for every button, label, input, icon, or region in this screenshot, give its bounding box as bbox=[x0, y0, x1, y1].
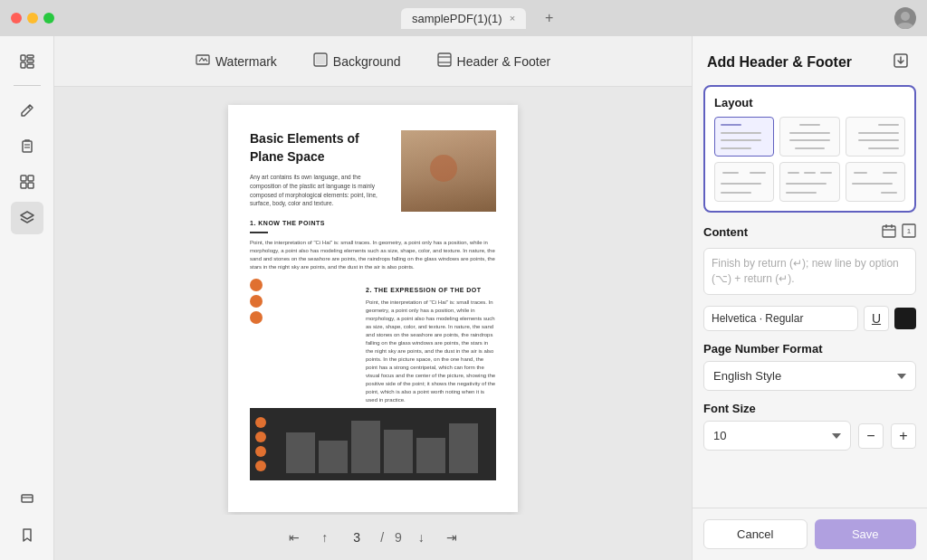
font-color-button[interactable] bbox=[894, 308, 916, 329]
pdf-image-col bbox=[401, 130, 496, 212]
svg-rect-23 bbox=[883, 226, 895, 237]
font-size-decrease-button[interactable]: − bbox=[858, 423, 884, 449]
pdf-title-col: Basic Elements of Plane Space Any art co… bbox=[250, 130, 392, 212]
svg-rect-11 bbox=[28, 176, 33, 181]
page-number-format-label: Page Number Format bbox=[693, 342, 927, 356]
last-page-button[interactable]: ⇥ bbox=[441, 527, 463, 548]
svg-rect-2 bbox=[21, 55, 25, 61]
pdf-header-section: Basic Elements of Plane Space Any art co… bbox=[250, 130, 496, 212]
watermark-button[interactable]: Watermark bbox=[177, 45, 295, 78]
pdf-section1-title: 1. KNOW THE POINTS bbox=[250, 219, 496, 228]
sidebar-icon-layers[interactable] bbox=[11, 202, 43, 234]
content-page-num-button[interactable]: 1 bbox=[902, 223, 916, 241]
svg-rect-19 bbox=[438, 53, 451, 66]
layout-section: Layout bbox=[703, 85, 916, 213]
svg-rect-18 bbox=[316, 55, 325, 64]
first-page-button[interactable]: ⇤ bbox=[283, 527, 305, 548]
layout-option-two-col[interactable] bbox=[714, 162, 774, 202]
header-footer-label: Header & Footer bbox=[457, 54, 551, 69]
underline-button[interactable]: U bbox=[864, 306, 889, 331]
font-size-row: 10 − + bbox=[703, 421, 916, 451]
pdf-image bbox=[401, 130, 496, 212]
pdf-orange-dots bbox=[255, 408, 266, 480]
avatar bbox=[894, 7, 916, 29]
layout-option-left[interactable] bbox=[714, 117, 774, 157]
sidebar-icon-grid[interactable] bbox=[11, 166, 43, 198]
font-size-select[interactable]: 10 bbox=[703, 421, 851, 451]
pdf-image-bg bbox=[401, 130, 496, 212]
minimize-window-button[interactable] bbox=[27, 13, 38, 24]
svg-text:1: 1 bbox=[907, 227, 912, 235]
pdf-viewer: Basic Elements of Plane Space Any art co… bbox=[54, 87, 692, 515]
svg-point-0 bbox=[901, 12, 910, 21]
panel-title: Add Header & Footer bbox=[707, 54, 852, 71]
layout-option-mixed[interactable] bbox=[846, 162, 905, 202]
content-calendar-button[interactable] bbox=[882, 223, 896, 241]
content-header: Content 1 bbox=[703, 223, 916, 241]
page-navigation: ⇤ ↑ / 9 ↓ ⇥ bbox=[54, 515, 692, 560]
page-total: 9 bbox=[395, 530, 402, 545]
sidebar-icon-bookmark[interactable] bbox=[11, 518, 43, 551]
layout-option-three-col[interactable] bbox=[779, 162, 839, 202]
pdf-section2-title: 2. THE EXPRESSION OF THE DOT bbox=[366, 286, 496, 295]
font-row: Helvetica · Regular U bbox=[703, 306, 916, 331]
right-panel: Add Header & Footer Layout bbox=[692, 36, 927, 560]
header-footer-button[interactable]: Header & Footer bbox=[419, 45, 569, 78]
panel-export-button[interactable] bbox=[889, 49, 913, 76]
save-button[interactable]: Save bbox=[815, 519, 917, 549]
watermark-icon bbox=[196, 52, 210, 71]
new-tab-button[interactable]: + bbox=[545, 10, 553, 26]
svg-rect-6 bbox=[27, 64, 33, 68]
titlebar: samplePDF(1)(1) × + bbox=[0, 0, 927, 36]
pdf-section2-body: Point, the interpretation of "Ci Hai" is… bbox=[366, 299, 496, 404]
panel-header: Add Header & Footer bbox=[693, 36, 927, 85]
tab-close-icon[interactable]: × bbox=[510, 13, 515, 24]
svg-rect-13 bbox=[28, 183, 33, 188]
svg-rect-12 bbox=[21, 183, 26, 188]
pdf-content: Basic Elements of Plane Space Any art co… bbox=[250, 130, 496, 480]
close-window-button[interactable] bbox=[11, 13, 22, 24]
header-footer-icon bbox=[437, 52, 452, 71]
panel-footer: Cancel Save bbox=[693, 508, 927, 560]
page-number-format-select[interactable]: English Style bbox=[703, 361, 916, 391]
sidebar-icon-clipboard[interactable] bbox=[11, 129, 43, 162]
maximize-window-button[interactable] bbox=[43, 13, 54, 24]
font-size-section: Font Size 10 − + bbox=[693, 402, 927, 451]
watermark-label: Watermark bbox=[215, 54, 277, 69]
cancel-button[interactable]: Cancel bbox=[703, 519, 808, 549]
layout-option-right[interactable] bbox=[846, 117, 905, 157]
next-page-button[interactable]: ↓ bbox=[413, 527, 430, 548]
layout-option-center[interactable] bbox=[779, 117, 839, 157]
pdf-section1-body: Point, the interpretation of "Ci Hai" is… bbox=[250, 239, 496, 271]
page-input[interactable] bbox=[344, 530, 369, 545]
prev-page-button[interactable]: ↑ bbox=[316, 527, 333, 548]
layout-label: Layout bbox=[714, 96, 905, 109]
content-label: Content bbox=[703, 225, 748, 239]
svg-rect-5 bbox=[27, 60, 33, 62]
content-section: Content 1 Helvetica · Regular U bbox=[693, 223, 927, 342]
tab-title: samplePDF(1)(1) bbox=[412, 12, 502, 25]
sidebar-icon-pencil[interactable] bbox=[11, 93, 43, 126]
pdf-bottom-image bbox=[250, 408, 496, 480]
pdf-section2-right: 2. THE EXPRESSION OF THE DOT Point, the … bbox=[366, 279, 496, 404]
font-size-increase-button[interactable]: + bbox=[891, 423, 916, 449]
svg-rect-7 bbox=[23, 141, 32, 152]
pdf-divider bbox=[250, 232, 268, 233]
center-area: Watermark Background Header & Footer bbox=[54, 36, 692, 560]
sidebar-icon-stack[interactable] bbox=[11, 482, 43, 515]
background-icon bbox=[313, 52, 328, 71]
background-button[interactable]: Background bbox=[295, 45, 419, 78]
active-tab[interactable]: samplePDF(1)(1) × bbox=[401, 8, 526, 29]
svg-rect-4 bbox=[27, 55, 33, 58]
pdf-title: Basic Elements of Plane Space bbox=[250, 130, 392, 166]
font-size-label: Font Size bbox=[703, 402, 916, 415]
window-controls bbox=[11, 13, 54, 24]
content-icon-buttons: 1 bbox=[882, 223, 916, 241]
font-select[interactable]: Helvetica · Regular bbox=[703, 306, 858, 331]
toolbar: Watermark Background Header & Footer bbox=[54, 36, 692, 87]
content-textarea[interactable] bbox=[703, 248, 916, 295]
sidebar-icon-pages[interactable] bbox=[11, 45, 43, 78]
svg-rect-3 bbox=[21, 62, 25, 68]
pdf-bars bbox=[250, 408, 496, 480]
svg-rect-10 bbox=[21, 176, 26, 181]
